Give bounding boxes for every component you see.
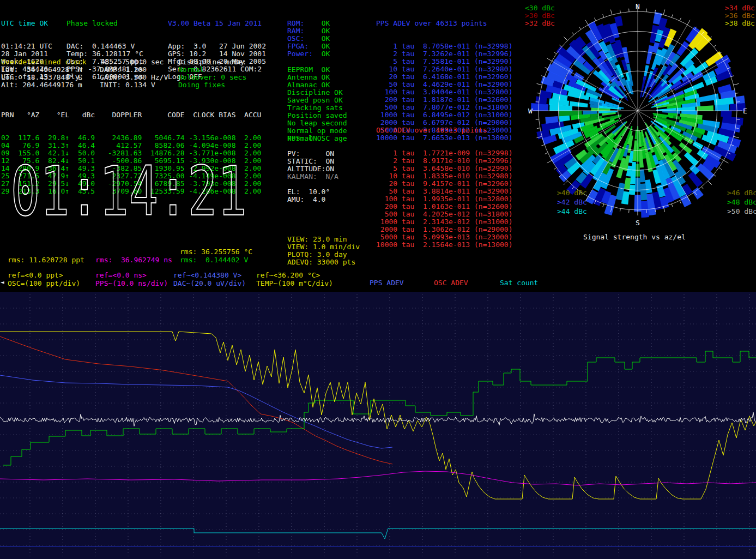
time-line: 28 Jan 2011 xyxy=(1,50,52,58)
signal-wedge xyxy=(661,131,663,133)
signal-wedge xyxy=(674,149,677,152)
signal-wedge xyxy=(591,49,596,52)
signal-wedge xyxy=(596,105,597,108)
signal-wedge xyxy=(606,166,610,169)
signal-wedge xyxy=(601,77,603,80)
signal-wedge xyxy=(596,195,603,198)
signal-wedge xyxy=(578,94,579,98)
signal-wedge xyxy=(733,117,733,124)
signal-wedge xyxy=(660,90,661,92)
signal-wedge xyxy=(695,37,700,41)
plot-scroll-marker[interactable]: ◄ xyxy=(1,279,4,286)
rim-tick xyxy=(734,136,739,138)
dbc-level-label: >44 dBc xyxy=(557,207,587,216)
signal-wedge xyxy=(629,75,632,75)
signal-wedge xyxy=(598,169,603,172)
device-value: OK xyxy=(322,34,330,43)
signal-wedge xyxy=(570,76,572,81)
rim-tick xyxy=(603,204,604,207)
signal-wedge xyxy=(589,195,595,199)
rim-tick xyxy=(536,102,539,103)
rim-tick xyxy=(620,10,620,13)
signal-wedge xyxy=(557,82,559,88)
signal-wedge xyxy=(642,152,645,153)
dbc-level-label: >32 dBc xyxy=(525,20,555,27)
receiver-cell: TC: 500.0 sec xyxy=(100,58,164,66)
signal-wedge xyxy=(593,139,595,142)
signal-wedge xyxy=(646,143,648,144)
signal-wedge xyxy=(666,194,672,196)
signal-wedge xyxy=(645,88,647,88)
view-line: PLOTQ: 3.0 day xyxy=(287,251,360,259)
signal-wedge xyxy=(658,75,661,76)
signal-wedge xyxy=(601,54,605,57)
rms-temp-value: rms: 36.255756 °C xyxy=(180,248,252,256)
history-plot-area[interactable] xyxy=(0,292,756,559)
signal-wedge xyxy=(640,139,643,140)
signal-wedge xyxy=(656,35,662,37)
signal-wedge xyxy=(563,144,565,149)
adev-entry: 10 tau 7.2640e-011 (n=32980) xyxy=(376,65,512,73)
signal-wedge xyxy=(673,59,676,62)
compass-label-s: S xyxy=(636,219,640,227)
signal-wedge xyxy=(654,176,659,177)
signal-wedge xyxy=(663,32,669,34)
rim-tick xyxy=(736,119,740,120)
receiver-cell: Normal xyxy=(178,66,204,74)
signal-wedge xyxy=(610,137,613,139)
signal-wedge xyxy=(613,105,613,107)
adev-entry: 5 tau 3.6458e-010 (n=32990) xyxy=(376,165,512,172)
signal-wedge xyxy=(588,153,591,157)
signal-wedge xyxy=(673,101,673,104)
view-line: VIEW: 23.0 min xyxy=(287,236,360,243)
osc-adev-title: OSC ADEV over 46313 points xyxy=(376,127,512,134)
signal-wedge xyxy=(612,30,618,32)
health-line: Almanac OK xyxy=(287,81,347,89)
signal-wedge xyxy=(595,142,597,145)
signal-wedge xyxy=(661,202,667,204)
signal-wedge xyxy=(548,136,551,143)
signal-wedge xyxy=(690,92,691,95)
signal-wedge xyxy=(564,116,565,121)
rim-tick xyxy=(687,20,690,25)
signal-wedge xyxy=(728,92,729,98)
signal-wedge xyxy=(648,55,652,56)
signal-wedge xyxy=(655,134,656,135)
signal-wedge xyxy=(674,116,675,119)
dbc-legend-top-left: <30 dBc>30 dBc>32 dBc xyxy=(525,4,555,27)
signal-wedge xyxy=(658,190,664,192)
signal-wedge xyxy=(606,146,609,148)
rim-tick xyxy=(547,160,552,163)
signal-wedge xyxy=(597,102,598,105)
signal-wedge xyxy=(562,158,566,164)
pps-row: PPS: ON xyxy=(287,135,317,142)
signal-wedge xyxy=(721,66,724,72)
signal-wedge xyxy=(685,100,686,104)
receiver-cell: INIT: 0.134 V xyxy=(100,81,155,89)
rim-tick xyxy=(708,181,712,185)
signal-wedge xyxy=(674,98,675,100)
adev-entry: 5 tau 7.3581e-011 (n=32990) xyxy=(376,58,512,65)
signal-wedge xyxy=(580,153,583,157)
rim-tick xyxy=(541,145,545,146)
signal-wedge xyxy=(627,171,631,171)
signal-wedge xyxy=(586,161,590,165)
rim-tick xyxy=(537,93,540,93)
signal-wedge xyxy=(620,128,621,129)
signal-wedge xyxy=(677,166,681,170)
signal-wedge xyxy=(562,58,566,64)
signal-wedge xyxy=(612,103,612,105)
signal-wedge xyxy=(642,87,644,87)
signal-wedge xyxy=(699,67,702,71)
rim-tick xyxy=(719,167,722,169)
signal-wedge xyxy=(595,130,596,133)
signal-wedge xyxy=(605,177,610,179)
signal-wedge xyxy=(615,21,622,22)
adev-entry: 50 tau 3.8814e-011 (n=32900) xyxy=(376,188,512,195)
signal-wedge xyxy=(692,118,692,122)
dbc-level-label: >48 dBc xyxy=(727,197,756,207)
receiver-cell: DAMP: 1.200 xyxy=(100,66,147,74)
adev-entry: 2 tau 8.9171e-010 (n=32996) xyxy=(376,157,512,165)
signal-wedge xyxy=(572,166,577,171)
signal-wedge xyxy=(657,125,658,127)
